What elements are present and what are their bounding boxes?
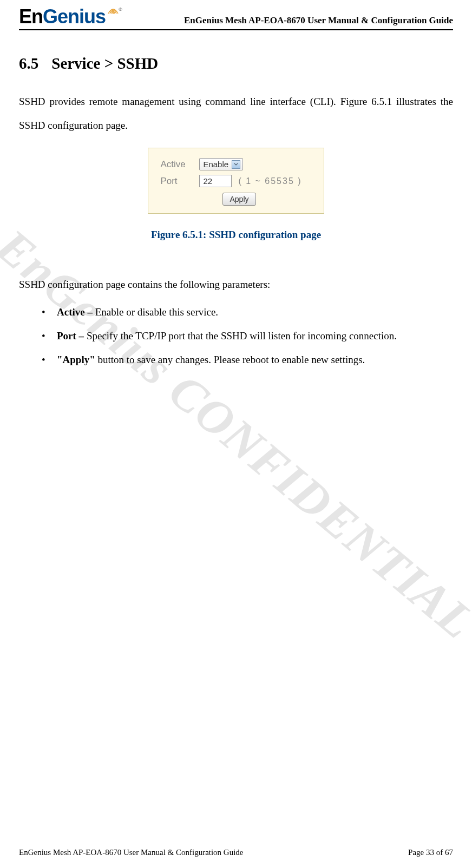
param-term: "Apply" [57,354,97,365]
chevron-down-icon [232,160,240,169]
logo-text-genius: Genius [43,5,106,28]
logo-wave-icon [106,6,120,28]
section-title: Service > SSHD [51,55,158,72]
figure-caption: Figure 6.5.1: SSHD configuration page [19,229,453,241]
svg-point-0 [113,12,114,14]
logo-text-en: En [19,5,43,28]
active-select[interactable]: Enable [199,158,243,170]
figure-container: Active Enable Port ( 1 ~ 65535 ) Apply F… [19,148,453,241]
section-heading: 6.5Service > SSHD [19,55,453,73]
param-list: Active – Enable or disable this service.… [19,300,453,371]
param-desc: button to save any changes. Please reboo… [97,354,365,365]
apply-button[interactable]: Apply [222,193,255,206]
params-intro: SSHD configuration page contains the fol… [19,273,453,296]
port-input[interactable] [199,175,232,187]
param-term: Port – [57,330,87,341]
param-desc: Enable or disable this service. [95,306,218,318]
logo-registered-icon: ® [119,6,122,12]
active-select-value: Enable [203,160,228,169]
header-doc-title: EnGenius Mesh AP-EOA-8670 User Manual & … [184,15,453,28]
page-footer: EnGenius Mesh AP-EOA-8670 User Manual & … [19,848,453,857]
section-number: 6.5 [19,55,38,72]
active-label: Active [160,159,193,170]
footer-left: EnGenius Mesh AP-EOA-8670 User Manual & … [19,848,244,857]
page-header: EnGenius ® EnGenius Mesh AP-EOA-8670 Use… [19,5,453,30]
port-label: Port [160,176,193,187]
port-row: Port ( 1 ~ 65535 ) [160,175,301,187]
config-panel: Active Enable Port ( 1 ~ 65535 ) Apply [148,148,324,214]
port-range-text: ( 1 ~ 65535 ) [238,176,301,186]
param-desc: Specify the TCP/IP port that the SSHD wi… [87,330,397,341]
logo-text: EnGenius [19,5,106,28]
list-item: "Apply" button to save any changes. Plea… [42,348,453,372]
param-term: Active – [57,306,95,318]
list-item: Active – Enable or disable this service. [42,300,453,324]
footer-right: Page 33 of 67 [408,848,453,857]
intro-paragraph: SSHD provides remote management using co… [19,90,453,137]
logo: EnGenius ® [19,5,124,28]
active-row: Active Enable [160,158,301,170]
list-item: Port – Specify the TCP/IP port that the … [42,324,453,348]
